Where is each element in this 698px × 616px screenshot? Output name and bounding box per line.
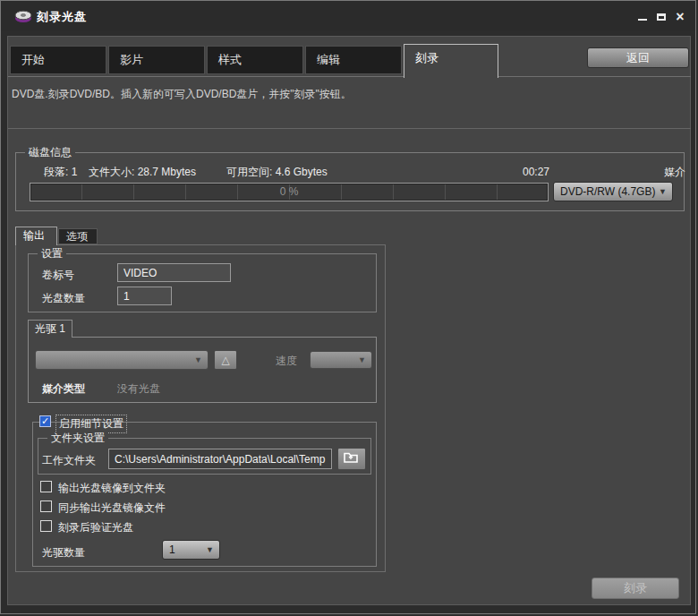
close-button[interactable]: × — [672, 10, 688, 24]
output-tab-panel — [15, 244, 386, 572]
burn-progress-bar: 0 % — [30, 183, 549, 201]
tab-movie[interactable]: 影片 — [108, 46, 205, 74]
close-icon: × — [676, 11, 684, 23]
window-title: 刻录光盘 — [37, 9, 87, 25]
media-type-select[interactable]: DVD-R/RW (4.7GB) ▼ — [553, 182, 673, 201]
minimize-icon — [638, 19, 647, 21]
tab-edit[interactable]: 编辑 — [305, 46, 402, 74]
tab-style[interactable]: 样式 — [207, 46, 303, 74]
maximize-icon — [657, 13, 666, 21]
chevron-down-icon: ▼ — [659, 183, 667, 201]
section-separator — [8, 128, 691, 129]
maximize-button[interactable] — [653, 10, 669, 24]
drive-1-tab[interactable]: 光驱 1 — [28, 320, 72, 338]
back-button[interactable]: 返回 — [587, 47, 689, 68]
burn-button[interactable]: 刻录 — [592, 578, 679, 599]
disc-icon — [13, 7, 33, 29]
app-window: 刻录光盘 × 开始 影片 样式 编辑 刻录 返回 DVD盘.刻录DVD/BD。插… — [0, 0, 696, 614]
tab-separator — [8, 76, 691, 77]
titlebar: 刻录光盘 × — [1, 1, 695, 31]
media-label: 媒介 — [664, 165, 685, 180]
duration-value: 00:27 — [523, 166, 549, 178]
disc-info-title: 磁盘信息 — [25, 146, 75, 158]
tab-output[interactable]: 输出 — [15, 227, 57, 245]
page-description: DVD盘.刻录DVD/BD。插入新的可写入DVD/BD盘片，并按"刻录"按钮。 — [12, 87, 352, 102]
tab-burn[interactable]: 刻录 — [404, 44, 498, 78]
progress-text: 0 % — [280, 185, 299, 198]
free-space-info: 可用空间: 4.6 Gbytes — [226, 165, 328, 180]
chapters-info: 段落: 1 — [44, 165, 77, 180]
minimize-button[interactable] — [634, 10, 651, 24]
tab-start[interactable]: 开始 — [10, 46, 106, 74]
tab-options[interactable]: 选项 — [58, 228, 98, 244]
media-type-value: DVD-R/RW (4.7GB) — [560, 185, 655, 198]
file-size-info: 文件大小: 28.7 Mbytes — [89, 165, 196, 180]
